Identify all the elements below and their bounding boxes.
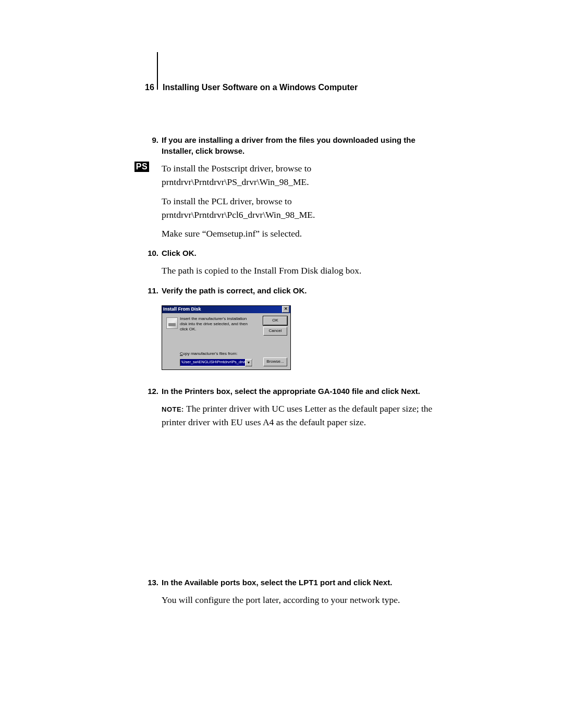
dialog-message: Insert the manufacturer's installation d… — [180, 316, 253, 332]
path-combobox[interactable]: \User_sw\ENGLISH\Prntdrvr\Ps_drvr\Win_98… — [180, 359, 253, 366]
note-label: NOTE: — [162, 405, 184, 413]
step-number: 12. — [143, 386, 158, 397]
dialog-body: Insert the manufacturer's installation d… — [162, 313, 290, 369]
step-instruction: Verify the path is correct, and click OK… — [162, 285, 443, 296]
vertical-gap — [162, 436, 443, 577]
step-9: 9. If you are installing a driver from t… — [162, 134, 443, 240]
step-number: 11. — [143, 285, 158, 297]
content-area: 9. If you are installing a driver from t… — [162, 134, 443, 614]
note-body: The printer driver with UC uses Letter a… — [162, 403, 432, 427]
page-title: Installing User Software on a Windows Co… — [163, 81, 358, 93]
step-instruction: If you are installing a driver from the … — [162, 134, 443, 156]
step-body: The path is copied to the Install From D… — [162, 264, 443, 277]
step-11: 11. Verify the path is correct, and clic… — [162, 285, 443, 370]
page-number: 16 — [145, 81, 154, 93]
step-13: 13. In the Available ports box, select t… — [162, 577, 443, 607]
step-instruction: In the Available ports box, select the L… — [162, 577, 443, 588]
dialog-title: Install From Disk — [163, 306, 201, 313]
cancel-button[interactable]: Cancel — [263, 327, 287, 336]
step-number: 13. — [143, 577, 158, 588]
dialog-titlebar: Install From Disk ✕ — [162, 306, 290, 313]
step-10: 10. Click OK. The path is copied to the … — [162, 248, 443, 277]
step-instruction: Click OK. — [162, 248, 443, 258]
ok-button[interactable]: OK — [263, 316, 287, 325]
dropdown-arrow-icon[interactable]: ▼ — [245, 359, 252, 366]
step-number: 9. — [143, 134, 158, 146]
close-button[interactable]: ✕ — [282, 306, 289, 313]
step-note: NOTE: The printer driver with UC uses Le… — [162, 402, 443, 429]
step-body: To install the PCL driver, browse to prn… — [162, 194, 443, 222]
header-divider — [157, 52, 158, 90]
ps-badge-icon: PS — [134, 162, 149, 172]
install-from-disk-dialog: Install From Disk ✕ Insert the manufactu… — [162, 305, 291, 370]
browse-button[interactable]: Browse... — [263, 357, 287, 366]
step-body: Make sure “Oemsetup.inf” is selected. — [162, 227, 443, 240]
step-body: You will configure the port later, accor… — [162, 593, 443, 607]
disk-icon — [166, 317, 178, 329]
step-instruction: In the Printers box, select the appropri… — [162, 386, 443, 397]
document-page: { "header": { "page_number": "16", "titl… — [0, 0, 563, 728]
step-12: 12. In the Printers box, select the appr… — [162, 386, 443, 429]
copy-from-label: Copy manufacturer's files from: — [180, 351, 237, 357]
path-value: \User_sw\ENGLISH\Prntdrvr\Ps_drvr\Win_98… — [180, 359, 245, 366]
step-body: To install the Postscript driver, browse… — [162, 162, 443, 189]
step-number: 10. — [143, 248, 158, 259]
